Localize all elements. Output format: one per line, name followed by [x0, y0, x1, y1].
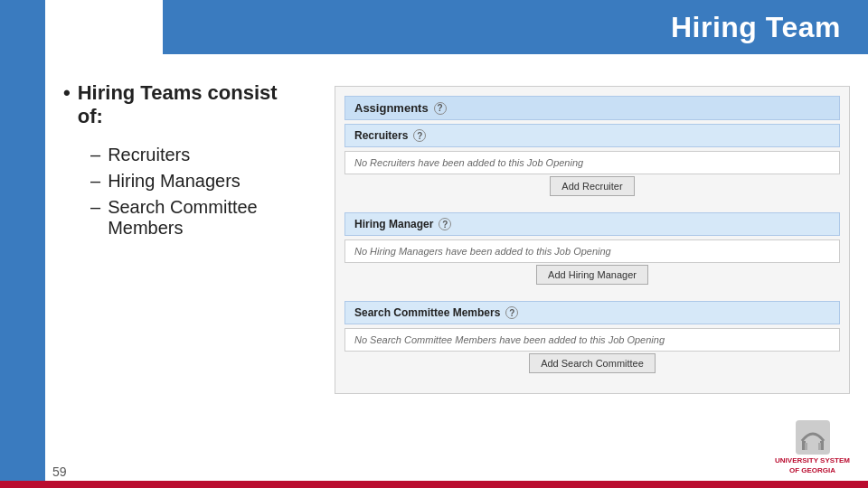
search-committee-header: Search Committee Members ? [344, 301, 840, 324]
bottom-bar [0, 481, 868, 488]
list-item: – Recruiters [90, 145, 307, 165]
add-hiring-manager-button[interactable]: Add Hiring Manager [536, 265, 648, 285]
uga-logo-text: UNIVERSITY SYSTEM OF GEORGIA [775, 456, 850, 475]
svg-rect-2 [805, 443, 807, 450]
assignments-header: Assignments ? [344, 96, 840, 120]
right-panel: Assignments ? Recruiters ? No Recruiters… [335, 86, 850, 394]
dash-item-2: Hiring Managers [108, 171, 241, 192]
hiring-manager-header: Hiring Manager ? [344, 212, 840, 236]
slide-number: 59 [52, 465, 67, 479]
add-recruiter-button[interactable]: Add Recruiter [550, 176, 634, 196]
add-search-committee-button[interactable]: Add Search Committee [529, 353, 656, 373]
header-bar: Hiring Team [163, 0, 868, 54]
dash-symbol-2: – [90, 171, 100, 192]
logo-area: UNIVERSITY SYSTEM OF GEORGIA [775, 420, 850, 475]
dash-item-3: Search Committee Members [108, 197, 307, 239]
search-committee-label: Search Committee Members [354, 306, 500, 319]
hiring-manager-help-icon[interactable]: ? [439, 218, 451, 230]
bullet-heading-text: Hiring Teams consist of: [78, 81, 307, 128]
search-committee-empty-text: No Search Committee Members have been ad… [344, 328, 840, 352]
dash-symbol-3: – [90, 197, 100, 218]
left-stripe [0, 0, 45, 488]
hiring-manager-empty-text: No Hiring Managers have been added to th… [344, 239, 840, 263]
dash-list: – Recruiters – Hiring Managers – Search … [63, 145, 307, 239]
bullet-dot: • [63, 81, 71, 105]
page-title: Hiring Team [671, 11, 841, 44]
arch-svg [798, 423, 827, 452]
bullet-heading: • Hiring Teams consist of: [63, 81, 307, 128]
svg-rect-3 [818, 443, 821, 450]
recruiters-help-icon[interactable]: ? [413, 129, 426, 142]
assignments-help-icon[interactable]: ? [434, 102, 447, 115]
search-committee-help-icon[interactable]: ? [505, 306, 518, 319]
recruiters-label: Recruiters [354, 129, 408, 142]
list-item: – Search Committee Members [90, 197, 307, 239]
content-area: • Hiring Teams consist of: – Recruiters … [45, 54, 868, 470]
dash-item-1: Recruiters [108, 145, 190, 165]
left-panel: • Hiring Teams consist of: – Recruiters … [63, 81, 307, 239]
hiring-manager-label: Hiring Manager [354, 218, 433, 230]
uga-logo-icon [796, 420, 830, 455]
recruiters-header: Recruiters ? [344, 124, 840, 147]
list-item: – Hiring Managers [90, 171, 307, 192]
recruiters-empty-text: No Recruiters have been added to this Jo… [344, 151, 840, 174]
assignments-label: Assignments [354, 101, 429, 115]
dash-symbol-1: – [90, 145, 100, 165]
